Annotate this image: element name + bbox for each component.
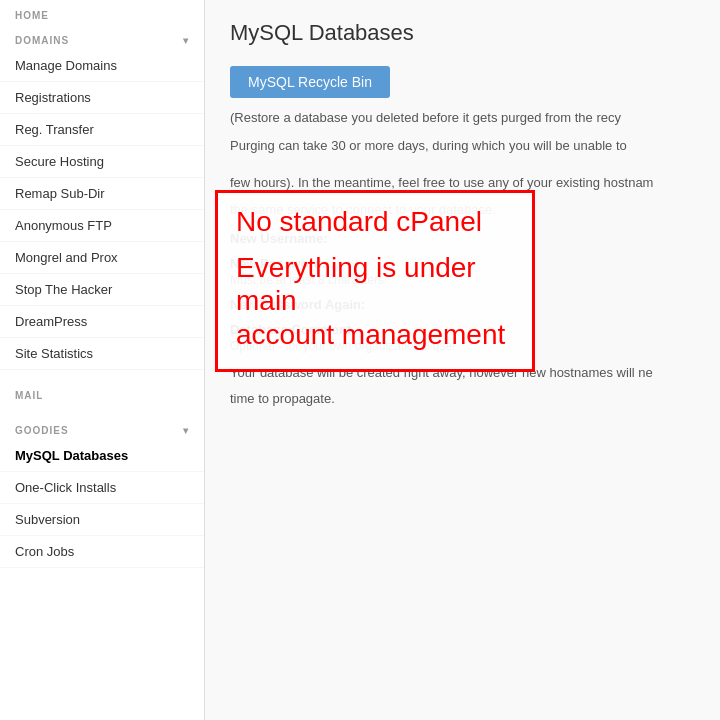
annotation-overlay: No standard cPanel Everything is under m… xyxy=(215,190,535,372)
sidebar-item-secure-hosting[interactable]: Secure Hosting xyxy=(0,146,204,178)
sidebar-item-reg-transfer[interactable]: Reg. Transfer xyxy=(0,114,204,146)
sidebar-item-site-statistics[interactable]: Site Statistics xyxy=(0,338,204,370)
annotation-line1: No standard cPanel xyxy=(236,205,514,239)
sidebar-item-anonymous-ftp[interactable]: Anonymous FTP xyxy=(0,210,204,242)
sidebar-item-stop-the-hacker[interactable]: Stop The Hacker xyxy=(0,274,204,306)
sidebar: HOME DOMAINS ▾ Manage Domains Registrati… xyxy=(0,0,205,720)
sidebar-item-dreampress[interactable]: DreamPress xyxy=(0,306,204,338)
goodies-label: GOODIES xyxy=(15,425,69,436)
sidebar-item-mongrel[interactable]: Mongrel and Prox xyxy=(0,242,204,274)
main-content: MySQL Databases MySQL Recycle Bin (Resto… xyxy=(205,0,720,720)
sidebar-section-domains[interactable]: DOMAINS ▾ xyxy=(0,25,204,50)
domains-label: DOMAINS xyxy=(15,35,69,46)
sidebar-section-mail: MAIL xyxy=(0,380,204,405)
domains-arrow-icon: ▾ xyxy=(183,35,189,46)
sidebar-item-one-click-installs[interactable]: One-Click Installs xyxy=(0,472,204,504)
sidebar-section-goodies[interactable]: GOODIES ▾ xyxy=(0,415,204,440)
recycle-desc-1: (Restore a database you deleted before i… xyxy=(230,108,695,128)
sidebar-section-home: HOME xyxy=(0,0,204,25)
sidebar-item-remap-sub-dir[interactable]: Remap Sub-Dir xyxy=(0,178,204,210)
sidebar-item-cron-jobs[interactable]: Cron Jobs xyxy=(0,536,204,568)
page-title: MySQL Databases xyxy=(230,20,695,46)
mysql-recycle-bin-button[interactable]: MySQL Recycle Bin xyxy=(230,66,390,98)
recycle-desc-2: Purging can take 30 or more days, during… xyxy=(230,136,695,156)
goodies-arrow-icon: ▾ xyxy=(183,425,189,436)
bottom-text-2: time to propagate. xyxy=(230,389,695,410)
annotation-line2: Everything is under mainaccount manageme… xyxy=(236,251,514,352)
sidebar-item-manage-domains[interactable]: Manage Domains xyxy=(0,50,204,82)
sidebar-item-mysql-databases[interactable]: MySQL Databases xyxy=(0,440,204,472)
sidebar-item-registrations[interactable]: Registrations xyxy=(0,82,204,114)
sidebar-item-subversion[interactable]: Subversion xyxy=(0,504,204,536)
